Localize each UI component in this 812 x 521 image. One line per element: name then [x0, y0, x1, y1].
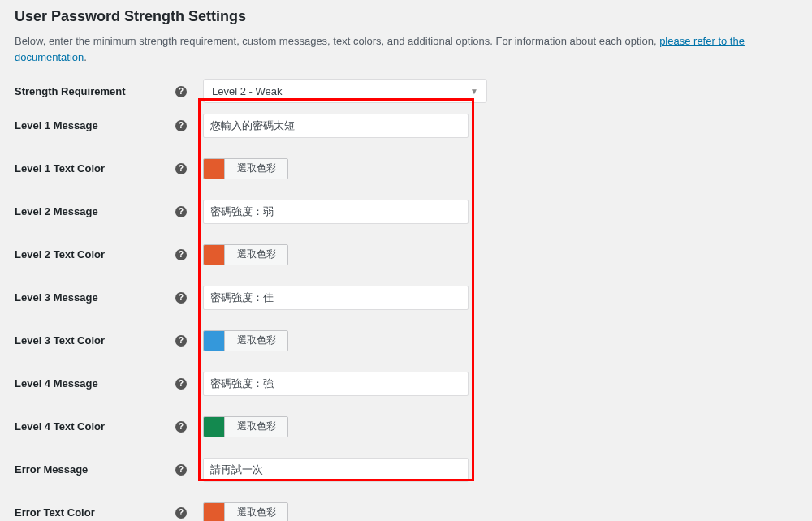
help-icon[interactable]: ?	[175, 464, 187, 476]
color-button-label: 選取色彩	[225, 420, 287, 433]
color-swatch-icon	[204, 159, 225, 179]
section-description: Below, enter the minimum strength requir…	[15, 33, 797, 65]
level4-message-label: Level 4 Message	[15, 377, 175, 390]
level2-message-label: Level 2 Message	[15, 205, 175, 217]
color-swatch-icon	[204, 245, 225, 265]
strength-requirement-select[interactable]: Level 2 - Weak ▼	[203, 79, 487, 103]
help-icon[interactable]: ?	[175, 507, 187, 519]
help-icon[interactable]: ?	[175, 292, 187, 304]
color-swatch-icon	[204, 417, 225, 437]
color-button-label: 選取色彩	[225, 334, 287, 347]
help-icon[interactable]: ?	[175, 378, 187, 390]
level1-message-input[interactable]	[203, 114, 469, 138]
help-icon[interactable]: ?	[175, 249, 187, 260]
level4-color-picker[interactable]: 選取色彩	[203, 416, 288, 437]
color-button-label: 選取色彩	[225, 248, 287, 261]
help-icon[interactable]: ?	[175, 163, 187, 174]
error-text-color-label: Error Text Color	[15, 506, 175, 519]
strength-requirement-label: Strength Requirement	[15, 85, 175, 97]
level3-message-input[interactable]	[203, 286, 469, 310]
level2-text-color-label: Level 2 Text Color	[15, 248, 175, 260]
error-message-label: Error Message	[15, 463, 175, 476]
level1-color-picker[interactable]: 選取色彩	[203, 158, 288, 179]
help-icon[interactable]: ?	[175, 206, 187, 217]
help-icon[interactable]: ?	[175, 86, 187, 97]
level1-text-color-label: Level 1 Text Color	[15, 162, 175, 174]
level1-message-label: Level 1 Message	[15, 119, 175, 131]
level2-color-picker[interactable]: 選取色彩	[203, 244, 288, 265]
page-title: User Password Strength Settings	[15, 8, 797, 25]
help-icon[interactable]: ?	[175, 421, 187, 433]
error-color-picker[interactable]: 選取色彩	[203, 502, 288, 522]
level3-text-color-label: Level 3 Text Color	[15, 334, 175, 347]
level2-message-input[interactable]	[203, 200, 469, 224]
color-button-label: 選取色彩	[225, 161, 287, 175]
level4-message-input[interactable]	[203, 372, 469, 396]
settings-table: Strength Requirement ? Level 2 - Weak ▼ …	[15, 78, 797, 521]
color-swatch-icon	[204, 331, 225, 351]
error-message-input[interactable]	[203, 458, 469, 482]
level3-color-picker[interactable]: 選取色彩	[203, 330, 288, 351]
level4-text-color-label: Level 4 Text Color	[15, 420, 175, 433]
color-swatch-icon	[204, 503, 225, 522]
strength-requirement-value: Level 2 - Weak	[212, 85, 282, 97]
chevron-down-icon: ▼	[470, 87, 478, 96]
color-button-label: 選取色彩	[225, 506, 287, 519]
level3-message-label: Level 3 Message	[15, 291, 175, 304]
help-icon[interactable]: ?	[175, 335, 187, 347]
section-description-post: .	[84, 51, 87, 63]
help-icon[interactable]: ?	[175, 120, 187, 131]
section-description-pre: Below, enter the minimum strength requir…	[15, 35, 659, 47]
